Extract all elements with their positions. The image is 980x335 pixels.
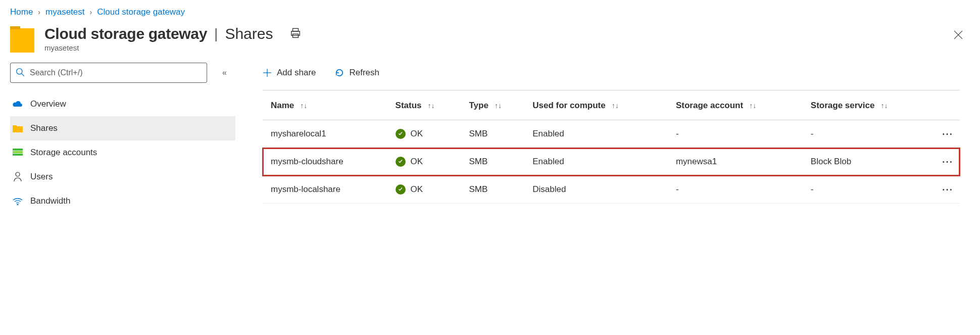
sort-icon: ↑↓: [612, 102, 619, 110]
sidebar-item-overview[interactable]: Overview: [10, 92, 235, 116]
sort-icon: ↑↓: [749, 102, 756, 110]
row-menu-button[interactable]: ⋯: [936, 176, 960, 204]
sort-icon: ↑↓: [880, 102, 888, 110]
folder-icon: [10, 28, 34, 53]
svg-line-6: [22, 73, 24, 76]
table-row[interactable]: mysharelocal1OKSMBEnabled--⋯: [263, 120, 960, 148]
sidebar-item-users[interactable]: Users: [10, 165, 235, 189]
search-icon: [16, 68, 25, 78]
plus-icon: [263, 68, 272, 77]
page-section: Shares: [225, 25, 273, 42]
row-menu-button[interactable]: ⋯: [936, 148, 960, 176]
cell-name[interactable]: mysmb-cloudshare: [263, 148, 390, 176]
breadcrumb: Home › myasetest › Cloud storage gateway: [0, 0, 980, 22]
user-icon: [12, 171, 23, 182]
cell-name[interactable]: mysmb-localshare: [263, 176, 390, 204]
breadcrumb-resource[interactable]: myasetest: [45, 7, 84, 17]
sidebar-item-label: Bandwidth: [30, 196, 70, 206]
table-row[interactable]: mysmb-cloudshareOKSMBEnabledmynewsa1Bloc…: [263, 148, 960, 176]
col-account[interactable]: Storage account↑↓: [671, 90, 806, 120]
svg-rect-8: [13, 151, 23, 153]
cloud-icon: [12, 99, 23, 110]
page-title: Cloud storage gateway: [44, 25, 207, 42]
svg-rect-0: [293, 28, 299, 31]
col-service[interactable]: Storage service↑↓: [806, 90, 936, 120]
cell-name[interactable]: mysharelocal1: [263, 120, 390, 148]
refresh-label: Refresh: [350, 68, 380, 78]
sort-icon: ↑↓: [495, 102, 502, 110]
sidebar-item-shares[interactable]: Shares: [10, 116, 235, 140]
collapse-sidebar-icon[interactable]: «: [222, 68, 224, 77]
col-status[interactable]: Status↑↓: [390, 90, 464, 120]
cell-service: -: [806, 176, 936, 204]
shares-table: Name↑↓ Status↑↓ Type↑↓ Used for compute↑…: [263, 90, 960, 204]
sidebar-item-label: Overview: [30, 99, 66, 109]
sidebar-item-label: Storage accounts: [30, 148, 97, 158]
col-compute[interactable]: Used for compute↑↓: [527, 90, 671, 120]
cell-account: -: [671, 176, 806, 204]
cell-service: Block Blob: [806, 148, 936, 176]
cell-service: -: [806, 120, 936, 148]
table-row[interactable]: mysmb-localshareOKSMBDisabled--⋯: [263, 176, 960, 204]
ok-icon: [396, 184, 406, 195]
cell-status: OK: [390, 176, 464, 204]
cell-type: SMB: [464, 120, 527, 148]
cell-account: -: [671, 120, 806, 148]
cell-status: OK: [390, 148, 464, 176]
folder-icon: [12, 123, 23, 134]
sidebar-item-label: Users: [30, 172, 53, 182]
cell-type: SMB: [464, 148, 527, 176]
cell-compute: Enabled: [527, 120, 671, 148]
svg-rect-7: [13, 149, 23, 151]
cell-account: mynewsa1: [671, 148, 806, 176]
print-icon[interactable]: [290, 28, 301, 40]
refresh-button[interactable]: Refresh: [334, 68, 380, 78]
sort-icon: ↑↓: [300, 102, 307, 110]
page-header: Cloud storage gateway | Shares myasetest: [0, 22, 980, 63]
main-content: Add share Refresh Name↑↓ Status↑↓ Type↑↓…: [242, 63, 980, 319]
cell-compute: Enabled: [527, 148, 671, 176]
breadcrumb-service[interactable]: Cloud storage gateway: [97, 7, 185, 17]
sidebar-item-label: Shares: [30, 123, 58, 133]
breadcrumb-home[interactable]: Home: [10, 7, 33, 17]
search-field[interactable]: [30, 68, 202, 77]
svg-point-5: [17, 68, 22, 74]
svg-rect-9: [13, 154, 23, 156]
ok-icon: [396, 157, 406, 167]
ok-icon: [396, 129, 406, 139]
row-menu-button[interactable]: ⋯: [936, 120, 960, 148]
sidebar-item-bandwidth[interactable]: Bandwidth: [10, 189, 235, 213]
storage-icon: [12, 147, 23, 158]
cell-compute: Disabled: [527, 176, 671, 204]
close-button[interactable]: [947, 25, 970, 46]
svg-point-10: [16, 172, 20, 176]
col-type[interactable]: Type↑↓: [464, 90, 527, 120]
chevron-right-icon: ›: [38, 8, 40, 16]
cell-type: SMB: [464, 176, 527, 204]
refresh-icon: [334, 68, 345, 78]
sidebar-item-storage-accounts[interactable]: Storage accounts: [10, 140, 235, 165]
title-divider: |: [214, 26, 218, 42]
add-share-button[interactable]: Add share: [263, 68, 316, 78]
search-input[interactable]: [10, 63, 207, 83]
sort-icon: ↑↓: [428, 102, 435, 110]
cell-status: OK: [390, 120, 464, 148]
chevron-right-icon: ›: [90, 8, 92, 16]
page-subtitle: myasetest: [44, 43, 947, 52]
wifi-icon: [12, 196, 23, 207]
svg-point-11: [17, 204, 18, 205]
col-name[interactable]: Name↑↓: [263, 90, 390, 120]
sidebar: « Overview Shares Storage accounts: [0, 63, 242, 319]
add-share-label: Add share: [277, 68, 316, 78]
